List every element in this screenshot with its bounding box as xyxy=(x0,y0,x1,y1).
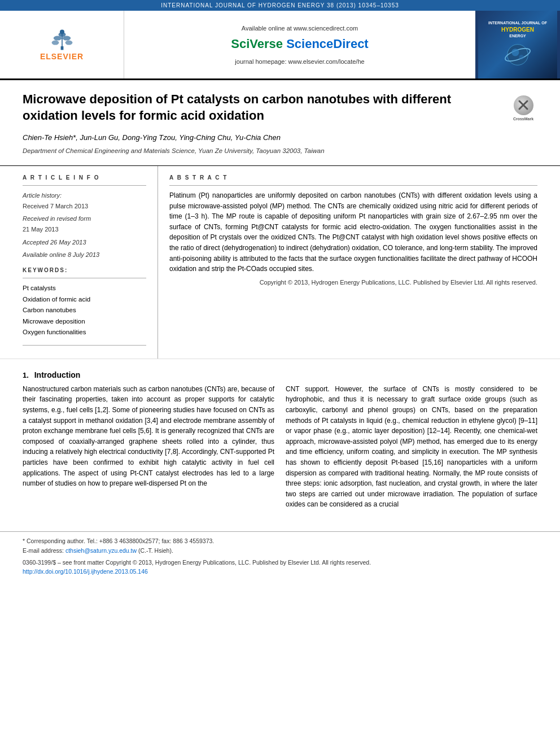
journal-cover: International Journal of HYDROGEN ENERGY xyxy=(478,11,557,78)
footer: * Corresponding author. Tel.: +886 3 463… xyxy=(0,531,560,581)
journal-topbar-text: International Journal of Hydrogen Energy… xyxy=(161,2,399,8)
available-online: Available online 8 July 2013 xyxy=(23,250,146,260)
svg-point-5 xyxy=(65,41,72,45)
crossmark-label: CrossMark xyxy=(513,116,533,121)
keyword-1: Pt catalysts xyxy=(23,283,146,294)
abstract-divider xyxy=(169,185,537,186)
svg-rect-0 xyxy=(60,46,63,50)
svg-point-7 xyxy=(60,29,64,34)
svg-point-4 xyxy=(51,41,59,45)
journal-header: ELSEVIER Available online at www.science… xyxy=(0,11,560,80)
sciencedirect-section: Available online at www.sciencedirect.co… xyxy=(124,11,475,78)
elsevier-logo-section: ELSEVIER xyxy=(0,11,124,78)
history-label: Article history: xyxy=(23,190,146,201)
received1: Received 7 March 2013 xyxy=(23,203,88,209)
article-title-section: Microwave deposition of Pt catalysts on … xyxy=(0,80,560,166)
affiliation: Department of Chemical Engineering and M… xyxy=(23,147,537,154)
intro-col2: CNT support. However, the surface of CNT… xyxy=(286,384,537,514)
intro-body: Nanostructured carbon materials such as … xyxy=(23,384,537,514)
keyword-2: Oxidation of formic acid xyxy=(23,294,146,305)
article-history: Article history: Received 7 March 2013 R… xyxy=(23,190,146,260)
received2-date: 21 May 2013 xyxy=(23,226,59,233)
svg-point-10 xyxy=(511,49,519,56)
crossmark-icon xyxy=(515,97,532,113)
abstract-text: Platinum (Pt) nanoparticles are uniforml… xyxy=(169,190,537,274)
intro-heading: 1. Introduction xyxy=(23,370,537,379)
journal-cover-icon xyxy=(504,41,532,69)
article-info-column: A R T I C L E I N F O Article history: R… xyxy=(23,166,158,359)
elsevier-tree-icon xyxy=(48,28,76,51)
abstract-column: A B S T R A C T Platinum (Pt) nanopartic… xyxy=(158,166,537,359)
keywords-section: Keywords: Pt catalysts Oxidation of form… xyxy=(23,267,146,338)
keywords-header: Keywords: xyxy=(23,267,146,273)
divider xyxy=(23,185,146,186)
authors: Chien-Te Hsieh*, Jun-Lun Gu, Dong-Ying T… xyxy=(23,132,537,144)
crossmark-circle xyxy=(514,95,533,115)
footer-issn: 0360-3199/$ – see front matter Copyright… xyxy=(23,558,537,577)
introduction-section: 1. Introduction Nanostructured carbon ma… xyxy=(0,359,560,526)
copyright-text: Copyright © 2013, Hydrogen Energy Public… xyxy=(169,279,537,286)
keyword-4: Microwave deposition xyxy=(23,316,146,327)
journal-cover-section: International Journal of HYDROGEN ENERGY xyxy=(475,11,560,78)
elsevier-logo: ELSEVIER xyxy=(28,28,96,62)
keywords-divider xyxy=(23,278,146,278)
accepted: Accepted 26 May 2013 xyxy=(23,237,146,248)
article-info-header: A R T I C L E I N F O xyxy=(23,174,146,181)
journal-cover-title: International Journal of HYDROGEN ENERGY xyxy=(488,20,547,38)
abstract-header: A B S T R A C T xyxy=(169,174,537,181)
homepage-text: journal homepage: www.elsevier.com/locat… xyxy=(235,58,364,65)
svg-point-11 xyxy=(519,55,524,59)
keyword-3: Carbon nanotubes xyxy=(23,305,146,316)
article-title: Microwave deposition of Pt catalysts on … xyxy=(23,91,537,124)
svg-point-3 xyxy=(62,36,70,41)
intro-col1: Nanostructured carbon materials such as … xyxy=(23,384,274,514)
footer-email-link[interactable]: cthsieh@saturn.yzu.edu.tw xyxy=(65,547,137,554)
keyword-5: Oxygen functionalities xyxy=(23,327,146,338)
sciverse-brand: SciVerse ScienceDirect xyxy=(231,37,368,51)
footer-corresponding: * Corresponding author. Tel.: +886 3 463… xyxy=(23,536,537,556)
svg-point-2 xyxy=(53,36,61,41)
article-info-abstract: A R T I C L E I N F O Article history: R… xyxy=(0,166,560,359)
journal-topbar: International Journal of Hydrogen Energy… xyxy=(0,0,560,11)
elsevier-label: ELSEVIER xyxy=(40,52,84,61)
footer-doi-link[interactable]: http://dx.doi.org/10.1016/j.ijhydene.201… xyxy=(23,568,148,575)
bottom-divider xyxy=(23,345,146,346)
available-online-text: Available online at www.sciencedirect.co… xyxy=(242,25,358,32)
received2-label: Received in revised form xyxy=(23,213,146,224)
crossmark-badge: CrossMark xyxy=(509,94,537,123)
